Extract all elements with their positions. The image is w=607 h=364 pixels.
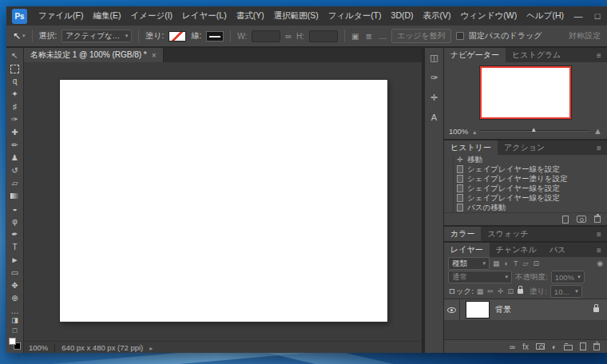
new-snapshot-icon[interactable] <box>577 216 586 223</box>
link-dimensions-icon[interactable] <box>285 31 292 41</box>
fill-opacity-dropdown[interactable]: 100% <box>550 285 582 298</box>
brush-tool[interactable]: ✏ <box>6 139 23 152</box>
select-mode-dropdown[interactable]: アクティブなレ... <box>61 30 132 42</box>
layer-filter-dropdown[interactable]: 種類 <box>448 257 490 270</box>
document-tab-close-icon[interactable]: × <box>152 51 157 60</box>
layers-panel-menu-icon[interactable] <box>591 243 607 257</box>
status-zoom[interactable]: 100% <box>29 343 55 352</box>
navigator-tab-2[interactable]: ヒストグラム <box>506 48 567 62</box>
lasso-tool[interactable]: ɋ <box>6 75 23 88</box>
collapsed-panel-icon-3[interactable]: ✛ <box>430 93 438 103</box>
maximize-button[interactable]: □ <box>588 6 607 26</box>
menubar-item-1[interactable]: ファイル(F) <box>34 7 88 25</box>
width-input[interactable] <box>252 30 280 42</box>
foreground-color-swatch[interactable] <box>9 338 16 345</box>
quick-mask-button[interactable]: ◨ <box>11 315 18 326</box>
quick-selection-tool[interactable]: ✦ <box>6 88 23 101</box>
height-input[interactable] <box>309 30 338 42</box>
hand-tool[interactable]: ✥ <box>6 279 23 292</box>
new-adjustment-layer-icon[interactable]: ◐ <box>552 342 557 351</box>
layers-tab-3[interactable]: パス <box>543 243 572 257</box>
history-state[interactable]: ✛移動 <box>444 155 607 164</box>
history-state[interactable]: シェイプレイヤー線を設定 <box>444 193 607 203</box>
new-group-icon[interactable] <box>564 345 573 350</box>
history-panel-menu-icon[interactable] <box>591 140 607 155</box>
navigator-panel-menu-icon[interactable] <box>591 48 607 62</box>
fill-swatch[interactable] <box>169 31 186 42</box>
lock-all-icon[interactable] <box>518 289 523 294</box>
history-state[interactable]: シェイプレイヤー塗りを設定 <box>444 174 607 184</box>
type-tool[interactable]: T <box>6 241 23 254</box>
zoom-in-icon[interactable] <box>593 126 602 136</box>
layer-row-background[interactable]: 背景 <box>444 299 607 320</box>
history-state[interactable]: パスの移動 <box>444 203 607 212</box>
healing-brush-tool[interactable]: ✚ <box>6 126 23 139</box>
pen-tool[interactable]: ✒ <box>6 228 23 241</box>
menubar-item-10[interactable]: ウィンドウ(W) <box>456 7 522 25</box>
history-source-well[interactable] <box>444 164 454 174</box>
delete-state-icon[interactable] <box>594 216 601 223</box>
history-source-well[interactable] <box>444 203 454 212</box>
history-tab-2[interactable]: アクション <box>498 140 551 155</box>
menubar-item-6[interactable]: 選択範囲(S) <box>269 7 323 25</box>
menubar-item-2[interactable]: 編集(E) <box>88 7 125 25</box>
layers-tab-1[interactable]: レイヤー <box>444 243 490 257</box>
color-tab-2[interactable]: スウォッチ <box>481 227 534 241</box>
filter-shape-layers-icon[interactable]: ▱ <box>522 259 528 267</box>
history-state[interactable]: シェイプレイヤー線を設定 <box>444 164 607 174</box>
marquee-tool[interactable] <box>6 62 23 75</box>
document-canvas[interactable] <box>60 80 387 322</box>
crop-tool[interactable]: ♯ <box>6 101 23 113</box>
blur-tool[interactable]: ◒ <box>6 203 23 216</box>
menubar-item-9[interactable]: 表示(V) <box>419 7 456 25</box>
gradient-tool[interactable] <box>6 190 23 203</box>
lock-position-icon[interactable]: ✛ <box>498 287 504 295</box>
history-source-well[interactable] <box>444 155 454 164</box>
layer-effects-icon[interactable]: fx <box>522 342 529 351</box>
filter-toggle-icon[interactable]: ◉ <box>597 259 603 267</box>
shape-tool[interactable]: ▭ <box>6 267 23 279</box>
foreground-background-swatches[interactable] <box>9 338 21 350</box>
layers-tab-2[interactable]: チャンネル <box>490 243 543 257</box>
history-source-well[interactable] <box>444 184 454 193</box>
menubar-item-11[interactable]: ヘルプ(H) <box>522 7 569 25</box>
opacity-dropdown[interactable]: 100% <box>551 271 585 283</box>
delete-layer-icon[interactable] <box>593 343 600 350</box>
clone-stamp-tool[interactable]: ♟ <box>6 152 23 164</box>
menubar-item-3[interactable]: イメージ(I) <box>125 7 177 25</box>
filter-smart-objects-icon[interactable]: ⊡ <box>533 259 539 267</box>
filter-adjustment-layers-icon[interactable]: ◐ <box>505 259 509 267</box>
filter-pixel-layers-icon[interactable]: ▦ <box>493 259 500 267</box>
minimize-button[interactable]: — <box>569 6 588 26</box>
navigator-tab-1[interactable]: ナビゲーター <box>444 48 506 62</box>
screen-mode-button[interactable]: □ <box>11 326 18 336</box>
collapsed-panel-icon-1[interactable]: ◫ <box>430 53 438 63</box>
history-source-well[interactable] <box>444 193 454 203</box>
color-panel-menu-icon[interactable] <box>591 227 607 241</box>
layer-thumbnail[interactable] <box>466 302 489 318</box>
menubar-item-7[interactable]: フィルター(T) <box>323 7 387 25</box>
link-layers-icon[interactable]: ∞ <box>510 342 515 351</box>
document-tab[interactable]: 名称未設定 1 @ 100% (RGB/8) * × <box>24 48 164 62</box>
align-icon[interactable]: ≣ <box>366 32 372 41</box>
menubar-item-8[interactable]: 3D(D) <box>387 7 419 25</box>
history-brush-tool[interactable]: ↺ <box>6 164 23 177</box>
blend-mode-dropdown[interactable]: 通常 <box>448 271 512 283</box>
character-panel-icon[interactable]: A <box>431 113 437 122</box>
path-operations-icon[interactable]: ▣ <box>351 32 359 41</box>
lock-artboard-icon[interactable]: ⊡ <box>507 287 514 295</box>
align-edges-button[interactable]: エッジを整列 <box>391 29 451 43</box>
navigator-zoom-value[interactable]: 100% <box>449 127 468 136</box>
stroke-swatch[interactable] <box>206 31 224 42</box>
menubar-item-5[interactable]: 書式(Y) <box>232 7 269 25</box>
history-state[interactable]: シェイプレイヤー線を設定 <box>444 184 607 193</box>
history-source-well[interactable] <box>444 174 454 184</box>
slider-thumb-icon[interactable] <box>530 125 537 133</box>
fixed-path-drag-checkbox[interactable] <box>456 32 464 40</box>
add-layer-mask-icon[interactable] <box>536 343 545 350</box>
zoom-tool[interactable]: ⊕ <box>6 292 23 305</box>
lock-transparent-pixels-icon[interactable]: ▦ <box>477 287 484 295</box>
eyedropper-tool[interactable]: ✑ <box>6 113 23 126</box>
collapsed-panel-icon-2[interactable]: ✑ <box>430 73 438 83</box>
more-options-icon[interactable]: … <box>379 32 387 41</box>
